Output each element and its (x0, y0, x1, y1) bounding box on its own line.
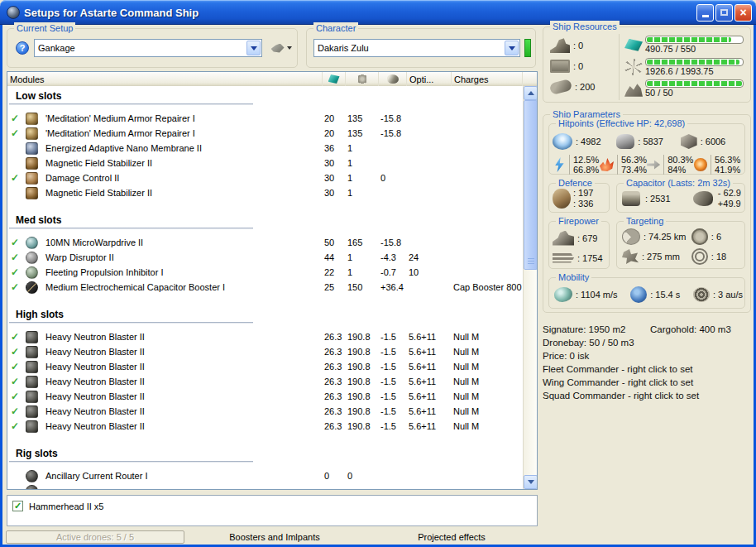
module-cpu: 26.3 (323, 421, 346, 431)
module-row[interactable]: Energized Adaptive Nano Membrane II361 (7, 141, 523, 156)
module-cap-use: -1.5 (379, 391, 407, 401)
module-row[interactable]: ✓Medium Electrochemical Capacitor Booste… (7, 280, 523, 295)
warp-disruptor-icon (26, 252, 38, 264)
scroll-down-button[interactable] (524, 475, 538, 489)
minimize-button[interactable] (696, 4, 714, 22)
module-optimal: 5.6+11 (407, 391, 452, 401)
character-select-value: Dakaris Zulu (314, 43, 504, 53)
calibration-bar (645, 79, 744, 88)
cpu-column-header[interactable] (323, 72, 346, 86)
drone-row[interactable]: ✓Hammerhead II x5 (12, 499, 532, 513)
damage-control-icon (26, 172, 38, 185)
module-charge: Null M (452, 362, 523, 372)
rig-slots-icon (549, 79, 573, 95)
module-name: Heavy Neutron Blaster II (41, 421, 323, 431)
drone-checkbox[interactable]: ✓ (12, 501, 23, 511)
scrollbar-thumb[interactable] (524, 100, 538, 270)
module-row[interactable]: ✓'Meditation' Medium Armor Repairer I201… (7, 111, 523, 126)
module-row[interactable]: ✓Heavy Neutron Blaster II26.3190.8-1.55.… (7, 389, 523, 404)
blaster-icon (26, 391, 38, 403)
chevron-down-icon[interactable] (505, 41, 519, 55)
active-checkmark-icon: ✓ (7, 281, 22, 293)
module-row[interactable]: Ancillary Current Router I00 (7, 468, 523, 483)
module-row[interactable]: ✓Heavy Neutron Blaster II26.3190.8-1.55.… (7, 419, 523, 434)
module-charge: Null M (452, 332, 523, 342)
capacitor-column-header[interactable] (379, 72, 407, 86)
help-icon[interactable]: ? (16, 41, 29, 55)
ship-icon (271, 44, 285, 53)
shield-icon (553, 133, 572, 150)
module-cap-use: -1.5 (379, 347, 407, 357)
close-button[interactable]: × (734, 4, 752, 22)
module-row[interactable]: Magnetic Field Stabilizer II301 (7, 185, 523, 200)
active-checkmark-icon: ✓ (7, 113, 22, 124)
structure-hp: : 6006 (701, 137, 726, 146)
module-powergrid: 135 (346, 113, 379, 123)
tab-boosters-implants[interactable]: Boosters and Imlpants (186, 532, 363, 542)
module-row[interactable]: Magnetic Field Stabilizer II301 (7, 156, 523, 170)
active-drones-button[interactable]: Active drones: 5 / 5 (6, 530, 184, 544)
max-velocity-icon (554, 287, 572, 302)
character-select[interactable]: Dakaris Zulu (313, 39, 520, 57)
modules-column-header[interactable]: Modules (7, 72, 323, 86)
maximize-button[interactable] (715, 4, 733, 22)
kinetic-resist-icon (647, 159, 660, 170)
scroll-up-button[interactable] (524, 86, 538, 100)
module-powergrid: 190.8 (346, 362, 379, 372)
module-name: Heavy Neutron Blaster II (41, 347, 323, 357)
charges-column-header[interactable]: Charges (452, 72, 523, 86)
module-row[interactable]: ✓Heavy Neutron Blaster II26.3190.8-1.55.… (7, 344, 523, 359)
module-row[interactable]: ✓Damage Control II3010 (7, 170, 523, 185)
warp-speed-icon (693, 287, 710, 302)
optimal-column-header[interactable]: Opti... (407, 72, 452, 86)
cpu-bar-text: 490.75 / 550 (645, 44, 744, 55)
hitpoints-label: Hitpoints (Effective HP: 42,698) (556, 118, 687, 129)
modules-scrollbar[interactable] (523, 86, 537, 489)
setup-select[interactable]: Gankage (34, 39, 262, 57)
module-row[interactable]: ✓Heavy Neutron Blaster II26.3190.8-1.55.… (7, 374, 523, 389)
module-powergrid: 1 (346, 143, 379, 153)
module-row[interactable]: ✓'Meditation' Medium Armor Repairer I201… (7, 126, 523, 141)
module-row[interactable]: ✓10MN MicroWarpdrive II50165-15.8 (7, 235, 523, 250)
ship-resources-label: Ship Resources (550, 21, 620, 32)
chevron-down-icon[interactable] (246, 41, 261, 55)
eft-window: Setups for Astarte Command Ship × Curren… (0, 0, 756, 547)
setup-tools-button[interactable] (267, 39, 295, 57)
current-setup-label: Current Setup (14, 22, 75, 34)
targeting-group: Targeting : 74.25 km : 6 : 275 mm : 18 (616, 221, 745, 269)
powergrid-icon (356, 74, 368, 84)
rig-icon (26, 485, 38, 490)
title-bar[interactable]: Setups for Astarte Command Ship × (0, 0, 756, 25)
squad-commander-slot[interactable]: Squad Commander - right click to set (543, 389, 751, 402)
module-cpu: 44 (323, 252, 346, 262)
module-powergrid: 1 (346, 267, 379, 277)
module-row[interactable]: ✓Fleeting Propulsion Inhibitor I221-0.71… (7, 265, 523, 280)
active-checkmark-icon: ✓ (7, 266, 22, 278)
blaster-icon (26, 331, 38, 343)
capacitor-label: Capacitor (Lasts: 2m 32s) (624, 177, 733, 189)
module-cpu: 25 (323, 282, 346, 292)
module-row[interactable]: ✓Warp Disruptor II441-4.324 (7, 250, 523, 265)
turret-dps: : 679 (577, 233, 597, 243)
kinetic-resist-armor: 84% (667, 165, 693, 175)
modules-list-header[interactable]: Modules Opti... Charges (7, 72, 537, 86)
blaster-icon (26, 361, 38, 373)
align-time: : 15.4 s (650, 290, 680, 300)
tab-projected-effects[interactable]: Projected effects (363, 532, 540, 542)
window-title: Setups for Astarte Command Ship (24, 7, 696, 19)
wing-commander-slot[interactable]: Wing Commander - right click to set (543, 376, 751, 389)
module-row[interactable]: ✓Heavy Neutron Blaster II26.3190.8-1.55.… (7, 359, 523, 374)
module-row[interactable]: ✓Heavy Neutron Blaster II26.3190.8-1.55.… (7, 329, 523, 344)
character-label: Character (313, 22, 358, 34)
active-checkmark-icon: ✓ (7, 252, 22, 263)
module-row[interactable]: ✓Heavy Neutron Blaster II26.3190.8-1.55.… (7, 404, 523, 419)
powergrid-column-header[interactable] (346, 72, 379, 86)
module-cpu: 50 (323, 238, 346, 247)
module-powergrid: 190.8 (346, 421, 379, 431)
armor-icon (616, 134, 634, 149)
module-cap-use: -1.5 (379, 406, 407, 416)
defence-value-2: : 336 (573, 199, 593, 209)
module-row[interactable] (7, 483, 523, 489)
fleet-commander-slot[interactable]: Fleet Commander - right click to set (543, 362, 751, 376)
module-cap-use: -1.5 (379, 362, 407, 372)
